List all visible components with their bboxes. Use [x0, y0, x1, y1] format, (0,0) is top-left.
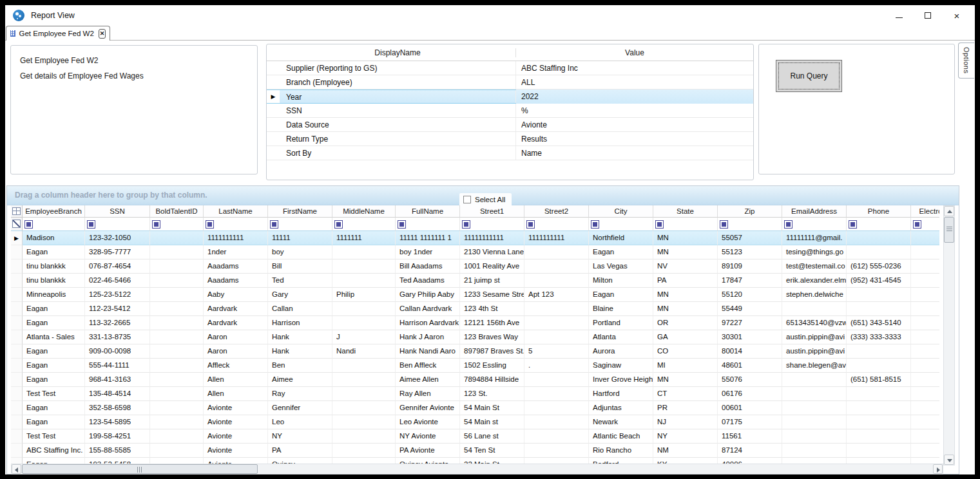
- grid-cell[interactable]: [911, 302, 939, 316]
- minimize-button[interactable]: [889, 9, 908, 23]
- grid-cell[interactable]: [911, 415, 939, 429]
- grid-cell[interactable]: Hartford: [589, 387, 653, 401]
- grid-cell[interactable]: [911, 387, 939, 401]
- grid-cell[interactable]: [150, 259, 204, 274]
- param-row[interactable]: Data SourceAvionte: [267, 118, 753, 132]
- horizontal-scrollbar[interactable]: [11, 464, 943, 474]
- grid-cell[interactable]: [524, 245, 589, 259]
- select-all-checkbox[interactable]: Select All: [459, 193, 512, 205]
- grid-cell[interactable]: Atlanta: [589, 330, 653, 344]
- grid-cell[interactable]: Gennifer Avionte: [396, 401, 460, 415]
- param-row[interactable]: Branch (Employee)ALL: [267, 75, 753, 89]
- grid-cell[interactable]: Newark: [589, 415, 653, 429]
- grid-cell[interactable]: 1111111111: [204, 231, 268, 245]
- grid-cell[interactable]: [332, 245, 396, 259]
- grid-cell[interactable]: 06176: [718, 387, 782, 401]
- grid-cell[interactable]: 1233 Sesame Stre: [460, 288, 524, 302]
- grid-cell[interactable]: 022-46-5466: [85, 274, 150, 288]
- grid-cell[interactable]: Aaron: [204, 344, 268, 359]
- grid-cell[interactable]: Avionte: [204, 429, 268, 444]
- scroll-down-button[interactable]: [944, 455, 954, 465]
- grid-cell[interactable]: tinu blankkk: [23, 259, 85, 274]
- filter-condition-button[interactable]: [913, 220, 921, 229]
- grid-cell[interactable]: [332, 401, 396, 415]
- grid-cell[interactable]: test@testemail.co: [782, 259, 847, 274]
- filter-condition-button[interactable]: [849, 220, 857, 229]
- grid-cell[interactable]: Rio Rancho: [589, 444, 653, 458]
- grid-cell[interactable]: Philip: [332, 288, 396, 302]
- param-value-cell[interactable]: %: [516, 104, 753, 118]
- grid-cell[interactable]: 11111: [268, 231, 332, 245]
- grid-cell[interactable]: MN: [653, 373, 718, 387]
- table-row[interactable]: Minneapolis125-23-5122AabyGaryPhilipGary…: [11, 288, 939, 302]
- param-row[interactable]: Supplier (Reporting to GS)ABC Staffing I…: [267, 61, 753, 75]
- grid-cell[interactable]: 331-13-8735: [85, 330, 150, 344]
- grid-cell[interactable]: Harrison: [268, 316, 332, 330]
- grid-cell[interactable]: NV: [653, 259, 718, 274]
- grid-cell[interactable]: MN: [653, 288, 718, 302]
- grid-cell[interactable]: Eagan: [589, 245, 653, 259]
- grid-cell[interactable]: [524, 302, 589, 316]
- grid-cell[interactable]: 55057: [718, 231, 782, 245]
- grid-cell[interactable]: Ben: [268, 359, 332, 373]
- table-row[interactable]: Test Test199-58-4251AvionteNYNY Avionte5…: [11, 429, 939, 444]
- grid-cell[interactable]: [150, 245, 204, 259]
- table-row[interactable]: Test Test135-48-4514AllenRayRay Allen123…: [11, 387, 939, 401]
- grid-cell[interactable]: [524, 415, 589, 429]
- grid-cell[interactable]: 076-87-4654: [85, 259, 150, 274]
- grid-cell[interactable]: [782, 415, 847, 429]
- param-name-cell[interactable]: Branch (Employee): [280, 75, 516, 89]
- grid-cell[interactable]: 54 Main St: [460, 401, 524, 415]
- table-row[interactable]: tinu blankkk076-87-4654AaadamsBillBill A…: [11, 259, 939, 274]
- grid-cell[interactable]: [911, 359, 939, 373]
- grid-cell[interactable]: [524, 429, 589, 444]
- grid-cell[interactable]: Hank: [268, 344, 332, 359]
- grid-cell[interactable]: boy: [268, 245, 332, 259]
- grid-cell[interactable]: austin.pippin@avi: [782, 330, 847, 344]
- column-header-ssn[interactable]: SSN: [85, 205, 150, 218]
- grid-cell[interactable]: Allen: [204, 373, 268, 387]
- grid-cell[interactable]: [847, 245, 911, 259]
- grid-cell[interactable]: 48601: [718, 359, 782, 373]
- grid-cell[interactable]: PA: [653, 274, 718, 288]
- filter-condition-button[interactable]: [591, 220, 599, 229]
- grid-cell[interactable]: 07175: [718, 415, 782, 429]
- grid-cell[interactable]: 555-44-1111: [85, 359, 150, 373]
- column-header-lastname[interactable]: LastName: [204, 205, 268, 218]
- grid-cell[interactable]: [332, 373, 396, 387]
- grid-cell[interactable]: [847, 429, 911, 444]
- grid-cell[interactable]: [782, 429, 847, 444]
- grid-cell[interactable]: boy 1nder: [396, 245, 460, 259]
- grid-cell[interactable]: [782, 444, 847, 458]
- grid-cell[interactable]: [911, 274, 939, 288]
- run-query-button[interactable]: Run Query: [776, 60, 842, 92]
- grid-cell[interactable]: MN: [653, 302, 718, 316]
- param-row[interactable]: ▶Year2022: [267, 89, 753, 104]
- grid-cell[interactable]: 11111111111: [460, 231, 524, 245]
- grid-cell[interactable]: [911, 344, 939, 359]
- grid-cell[interactable]: 89109: [718, 259, 782, 274]
- filter-condition-button[interactable]: [526, 220, 535, 229]
- grid-cell[interactable]: Aimee: [268, 373, 332, 387]
- grid-cell[interactable]: [524, 316, 589, 330]
- grid-cell[interactable]: [911, 259, 939, 274]
- grid-cell[interactable]: 11561: [718, 429, 782, 444]
- grid-cell[interactable]: 135-48-4514: [85, 387, 150, 401]
- grid-cell[interactable]: J: [332, 330, 396, 344]
- grid-cell[interactable]: [911, 444, 939, 458]
- grid-cell[interactable]: Aardvark: [204, 302, 268, 316]
- grid-cell[interactable]: Atlantic Beach: [589, 429, 653, 444]
- grid-cell[interactable]: 112-23-5412: [85, 302, 150, 316]
- filter-condition-button[interactable]: [270, 220, 278, 229]
- grid-cell[interactable]: 123 4th St: [460, 302, 524, 316]
- grid-cell[interactable]: Gary Philip Aaby: [396, 288, 460, 302]
- grid-cell[interactable]: Avionte: [204, 415, 268, 429]
- grid-cell[interactable]: [524, 274, 589, 288]
- table-row[interactable]: Eagan352-58-6598AvionteGenniferGennifer …: [11, 401, 939, 415]
- column-header-zip[interactable]: Zip: [718, 205, 782, 218]
- filter-condition-button[interactable]: [206, 220, 214, 229]
- grid-cell[interactable]: Portland: [589, 316, 653, 330]
- grid-cell[interactable]: [332, 415, 396, 429]
- grid-cell[interactable]: 1001 Reality Ave: [460, 259, 524, 274]
- grid-cell[interactable]: [911, 245, 939, 259]
